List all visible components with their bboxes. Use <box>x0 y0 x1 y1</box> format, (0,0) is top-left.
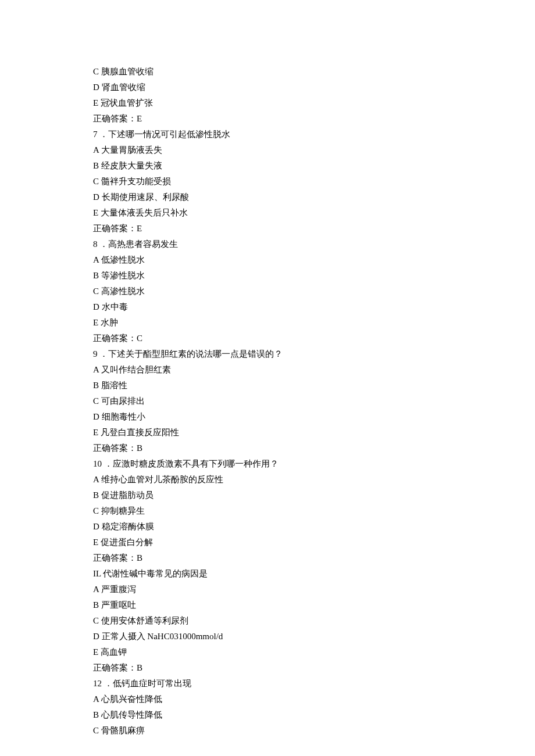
text-line: A 严重腹泻 <box>93 582 442 597</box>
text-line: D 长期使用速尿、利尿酸 <box>93 189 442 205</box>
text-line: 8 ．高热患者容易发生 <box>93 237 442 252</box>
text-line: 正确答案：B <box>93 660 442 676</box>
text-line: 正确答案：E <box>93 221 442 237</box>
text-line: E 凡登白直接反应阳性 <box>93 425 442 440</box>
text-line: A 维持心血管对儿茶酚胺的反应性 <box>93 472 442 488</box>
text-line: 正确答案：B <box>93 550 442 566</box>
text-line: 正确答案：C <box>93 331 442 346</box>
text-line: A 大量胃肠液丢失 <box>93 142 442 158</box>
text-line: D 细胞毒性小 <box>93 409 442 425</box>
text-line: D 正常人摄入 NaHC031000mmol/d <box>93 629 442 644</box>
text-line: C 使用安体舒通等利尿剂 <box>93 613 442 629</box>
text-line: B 严重呕吐 <box>93 597 442 613</box>
text-line: C 抑制糖异生 <box>93 503 442 519</box>
text-line: C 高渗性脱水 <box>93 284 442 299</box>
text-line: B 脂溶性 <box>93 378 442 393</box>
text-line: D 肾血管收缩 <box>93 80 442 95</box>
text-line: A 又叫作结合胆红素 <box>93 362 442 378</box>
text-line: E 促进蛋白分解 <box>93 535 442 550</box>
text-line: B 等渗性脱水 <box>93 268 442 284</box>
text-line: E 水肿 <box>93 315 442 331</box>
text-line: B 促进脂肪动员 <box>93 488 442 503</box>
text-line: A 心肌兴奋性降低 <box>93 691 442 707</box>
text-line: A 低渗性脱水 <box>93 252 442 268</box>
text-line: B 心肌传导性降低 <box>93 707 442 723</box>
text-line: 正确答案：E <box>93 111 442 127</box>
text-line: C 骨骼肌麻痹 <box>93 723 442 739</box>
text-line: 7 ．下述哪一情况可引起低渗性脱水 <box>93 127 442 142</box>
text-line: D 水中毒 <box>93 299 442 315</box>
text-line: E 冠状血管扩张 <box>93 95 442 111</box>
text-line: E 大量体液丢失后只补水 <box>93 205 442 221</box>
text-line: E 高血钾 <box>93 644 442 660</box>
text-line: IL 代谢性碱中毒常见的病因是 <box>93 566 442 582</box>
text-line: 正确答案：B <box>93 440 442 456</box>
text-line: B 经皮肤大量失液 <box>93 158 442 174</box>
document-content: C 胰腺血管收缩D 肾血管收缩E 冠状血管扩张正确答案：E7 ．下述哪一情况可引… <box>93 64 442 739</box>
text-line: C 可由尿排出 <box>93 393 442 409</box>
text-line: D 稳定溶酶体膜 <box>93 519 442 535</box>
text-line: 9 ．下述关于酯型胆红素的说法哪一点是错误的？ <box>93 346 442 362</box>
text-line: C 胰腺血管收缩 <box>93 64 442 80</box>
text-line: 12 ．低钙血症时可常出现 <box>93 676 442 691</box>
text-line: 10 ．应激时糖皮质激素不具有下列哪一种作用？ <box>93 456 442 472</box>
text-line: C 髓袢升支功能受损 <box>93 174 442 189</box>
